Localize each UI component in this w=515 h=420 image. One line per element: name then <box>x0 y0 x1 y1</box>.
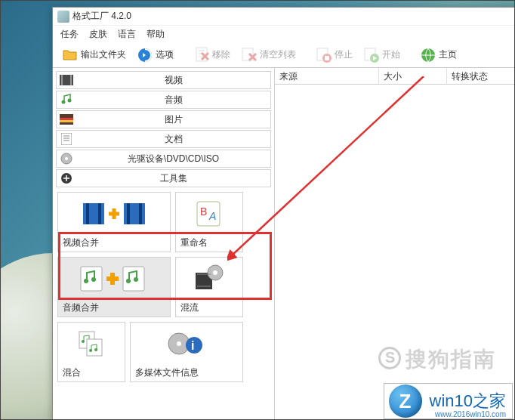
app-icon <box>57 11 69 23</box>
tool-mix[interactable]: 混合 <box>57 322 125 382</box>
menu-skin[interactable]: 皮肤 <box>89 28 107 41</box>
svg-point-46 <box>177 341 181 346</box>
stop-button[interactable]: 停止 <box>311 45 357 65</box>
svg-point-35 <box>134 277 138 282</box>
svg-rect-26 <box>139 203 142 224</box>
svg-rect-10 <box>61 75 63 85</box>
watermark-sogou: 搜狗指南 <box>378 345 496 374</box>
output-folder-button[interactable]: 输出文件夹 <box>57 45 131 65</box>
svg-point-12 <box>62 100 66 104</box>
svg-rect-22 <box>86 203 89 224</box>
sogou-logo-icon <box>378 347 401 369</box>
menu-task[interactable]: 任务 <box>60 28 79 41</box>
col-source[interactable]: 来源 <box>275 68 379 84</box>
svg-point-13 <box>68 99 72 103</box>
image-icon <box>58 112 75 127</box>
category-document[interactable]: 文档 <box>56 130 271 148</box>
left-panel: 视频 音频 图片 文档 光驱设备\DVD\CD\ISO 工具集 <box>53 68 275 420</box>
list-header: 来源 大小 转换状态 <box>275 68 515 85</box>
svg-point-32 <box>91 277 96 282</box>
svg-rect-17 <box>61 133 72 145</box>
tool-video-merge[interactable]: 视频合并 <box>57 192 171 252</box>
remove-button[interactable]: 移除 <box>189 45 235 65</box>
svg-text:A: A <box>208 210 216 222</box>
tools-grid: 视频合并 BA 重命名 <box>56 189 271 385</box>
clear-icon <box>241 47 258 63</box>
options-icon <box>137 47 153 63</box>
category-optical[interactable]: 光驱设备\DVD\CD\ISO <box>56 150 271 168</box>
col-status[interactable]: 转换状态 <box>447 68 515 84</box>
svg-point-44 <box>94 348 97 351</box>
tool-audio-merge[interactable]: 音频合并 <box>57 257 171 317</box>
rename-icon: BA <box>176 193 242 234</box>
svg-point-43 <box>89 349 92 352</box>
tools-icon <box>58 171 75 186</box>
audio-icon <box>58 92 75 107</box>
media-info-icon: i <box>131 323 242 364</box>
svg-text:B: B <box>200 205 207 218</box>
svg-point-40 <box>82 340 85 343</box>
svg-point-38 <box>213 270 217 275</box>
clear-list-button[interactable]: 清空列表 <box>236 45 301 65</box>
audio-merge-icon <box>58 258 170 299</box>
svg-rect-16 <box>60 120 73 122</box>
start-button[interactable]: 开始 <box>359 45 405 65</box>
win10-logo-icon: Z <box>389 384 422 418</box>
remove-icon <box>193 47 210 63</box>
titlebar: 格式工厂 4.2.0 <box>53 8 515 26</box>
svg-rect-15 <box>60 118 73 120</box>
svg-rect-23 <box>98 203 101 224</box>
svg-text:i: i <box>191 339 194 352</box>
category-image[interactable]: 图片 <box>56 110 271 128</box>
homepage-button[interactable]: 主页 <box>415 45 461 65</box>
svg-point-31 <box>84 279 88 283</box>
globe-icon <box>420 47 436 63</box>
document-icon <box>58 131 75 147</box>
menu-help[interactable]: 帮助 <box>146 28 165 41</box>
window-title: 格式工厂 4.2.0 <box>72 10 131 23</box>
tool-media-info[interactable]: i 多媒体文件信息 <box>130 322 243 382</box>
category-video[interactable]: 视频 <box>56 71 271 89</box>
tool-mux[interactable]: 混流 <box>175 257 243 317</box>
svg-point-34 <box>126 279 131 283</box>
options-button[interactable]: 选项 <box>132 45 178 65</box>
category-tools[interactable]: 工具集 <box>56 169 271 187</box>
tool-rename[interactable]: BA 重命名 <box>175 192 243 252</box>
video-merge-icon <box>58 193 170 234</box>
video-icon <box>58 73 75 88</box>
menubar: 任务 皮肤 语言 帮助 <box>53 26 515 42</box>
svg-rect-11 <box>70 75 72 85</box>
svg-rect-33 <box>123 267 144 291</box>
svg-rect-25 <box>127 203 130 224</box>
stop-icon <box>316 47 332 63</box>
menu-language[interactable]: 语言 <box>118 28 136 41</box>
mux-icon <box>176 258 242 299</box>
toolbar: 输出文件夹 选项 移除 清空列表 停止 <box>53 42 515 68</box>
folder-icon <box>62 47 79 63</box>
start-icon <box>363 47 380 63</box>
category-audio[interactable]: 音频 <box>56 91 271 109</box>
svg-rect-5 <box>325 56 329 60</box>
svg-rect-30 <box>81 267 102 291</box>
svg-rect-42 <box>87 339 102 356</box>
svg-point-19 <box>65 157 68 160</box>
mix-icon <box>58 323 125 364</box>
watermark-win10: Z win10之家 www.2016win10.com <box>384 383 513 419</box>
disc-icon <box>58 151 75 166</box>
col-size[interactable]: 大小 <box>379 68 447 84</box>
